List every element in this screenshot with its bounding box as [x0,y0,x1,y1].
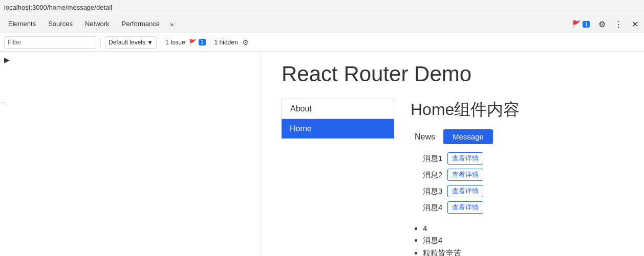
message-list: 消息1 查看详情 消息2 查看详情 消息3 查看详情 消息4 查看详情 [411,152,624,214]
hidden-count: 1 hidden [214,39,238,46]
devtools-tabs-bar: Elements Sources Network Performance » 🚩… [0,15,644,33]
home-component-title: Home组件内容 [411,99,624,121]
sub-nav-news[interactable]: News [411,130,439,144]
list-item: 消息3 查看详情 [423,185,624,197]
filter-input[interactable] [8,39,93,46]
badge-count: 1 [583,21,590,28]
list-item: 消息2 查看详情 [423,169,624,181]
filter-settings-icon[interactable]: ⚙ [242,38,249,46]
settings-icon-btn[interactable]: ⚙ [595,17,609,31]
detail-item-3: 粒粒皆辛苦 [423,248,624,256]
detail-btn-3[interactable]: 查看详情 [447,185,483,197]
detail-btn-1[interactable]: 查看详情 [447,152,483,165]
message-icon-2: 🚩 [189,39,197,46]
app-body: About Home Home组件内容 News Message 消息1 查看详… [282,99,624,256]
message-icon: 🚩 [572,20,581,28]
list-item: 消息4 查看详情 [423,201,624,214]
main-layout: ▶ ... React Router Demo About Home Home组… [0,52,644,256]
tab-elements[interactable]: Elements [2,15,42,33]
tab-sources[interactable]: Sources [42,15,79,33]
url-text: localhost:3000/home/message/detail [4,4,112,11]
filter-bar: Default levels ▼ 1 Issue: 🚩 1 1 hidden ⚙ [0,33,644,52]
issue-badge: 1 Issue: 🚩 1 [165,39,206,46]
console-dots: ... [0,98,5,105]
nav-link-home[interactable]: Home [282,119,394,138]
default-levels-dropdown[interactable]: Default levels ▼ [105,36,157,49]
tab-more[interactable]: » [166,15,178,33]
nav-links: About Home [282,99,394,253]
console-arrow[interactable]: ▶ [4,56,10,64]
detail-item-1: 4 [423,224,624,232]
console-badge[interactable]: 🚩 1 [569,20,593,28]
message-id-3: 消息3 [423,187,442,196]
app-panel: React Router Demo About Home Home组件内容 Ne… [261,52,644,256]
filter-separator [100,37,101,48]
detail-item-2: 消息4 [423,236,624,245]
sub-nav: News Message [411,129,624,144]
filter-separator-3 [210,37,210,48]
settings-icon: ⚙ [598,19,606,29]
issue-count: 1 [199,39,206,45]
more-icon: ⋮ [614,19,622,29]
close-devtools-btn[interactable]: ✕ [628,17,642,31]
message-id-1: 消息1 [423,154,442,164]
more-options-icon-btn[interactable]: ⋮ [611,17,626,31]
detail-btn-4[interactable]: 查看详情 [447,201,483,214]
filter-input-wrap[interactable] [4,36,96,49]
sub-nav-message[interactable]: Message [443,129,493,144]
devtools-icon-group: 🚩 1 ⚙ ⋮ ✕ [569,17,642,31]
detail-list: 4 消息4 粒粒皆辛苦 [411,224,624,256]
list-item: 消息1 查看详情 [423,152,624,165]
browser-url-bar: localhost:3000/home/message/detail [0,0,644,15]
message-id-4: 消息4 [423,203,442,213]
tab-network[interactable]: Network [79,15,116,33]
devtools-panel: ▶ ... [0,52,261,256]
filter-separator-2 [161,37,161,48]
app-title: React Router Demo [282,62,624,86]
close-icon: ✕ [632,19,638,29]
tab-performance[interactable]: Performance [116,15,166,33]
chevron-down-icon: ▼ [147,39,153,46]
home-component: Home组件内容 News Message 消息1 查看详情 消息2 查看详情 [411,99,624,256]
nav-link-about[interactable]: About [282,99,394,119]
message-id-2: 消息2 [423,170,442,180]
detail-btn-2[interactable]: 查看详情 [447,169,483,181]
